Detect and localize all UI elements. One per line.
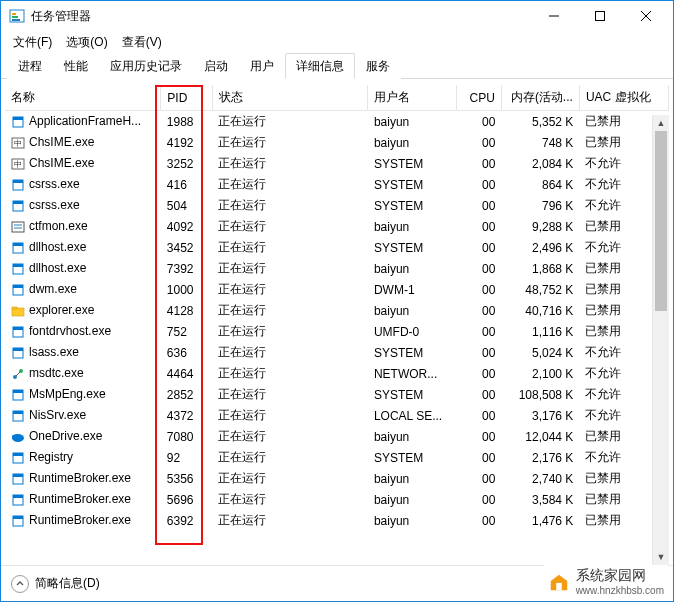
cell-user: DWM-1 xyxy=(368,279,457,300)
process-name: OneDrive.exe xyxy=(29,429,102,443)
process-name: ApplicationFrameH... xyxy=(29,114,141,128)
scroll-down-arrow[interactable]: ▼ xyxy=(653,549,669,565)
table-row[interactable]: lsass.exe636正在运行SYSTEM005,024 K不允许 xyxy=(5,342,669,363)
col-status-header[interactable]: 状态 xyxy=(212,85,368,111)
table-row[interactable]: MsMpEng.exe2852正在运行SYSTEM00108,508 K不允许 xyxy=(5,384,669,405)
cell-status: 正在运行 xyxy=(212,384,368,405)
svg-rect-43 xyxy=(13,453,23,456)
table-row[interactable]: dllhost.exe7392正在运行baiyun001,868 K已禁用 xyxy=(5,258,669,279)
tab-details[interactable]: 详细信息 xyxy=(285,53,355,79)
svg-rect-9 xyxy=(13,117,23,120)
cell-status: 正在运行 xyxy=(212,195,368,216)
cell-user: SYSTEM xyxy=(368,237,457,258)
col-cpu-header[interactable]: CPU xyxy=(457,85,502,111)
cell-status: 正在运行 xyxy=(212,447,368,468)
table-row[interactable]: NisSrv.exe4372正在运行LOCAL SE...003,176 K不允… xyxy=(5,405,669,426)
table-row[interactable]: RuntimeBroker.exe6392正在运行baiyun001,476 K… xyxy=(5,510,669,531)
table-row[interactable]: RuntimeBroker.exe5356正在运行baiyun002,740 K… xyxy=(5,468,669,489)
tab-processes[interactable]: 进程 xyxy=(7,53,53,79)
cell-cpu: 00 xyxy=(457,237,502,258)
tab-performance[interactable]: 性能 xyxy=(53,53,99,79)
cell-name: RuntimeBroker.exe xyxy=(5,510,161,531)
fewer-details-link[interactable]: 简略信息(D) xyxy=(35,575,100,592)
menu-view[interactable]: 查看(V) xyxy=(116,32,168,53)
cell-pid: 752 xyxy=(161,321,212,342)
scroll-thumb[interactable] xyxy=(655,131,667,311)
col-user-header[interactable]: 用户名 xyxy=(368,85,457,111)
table-row[interactable]: 中ChsIME.exe3252正在运行SYSTEM002,084 K不允许 xyxy=(5,153,669,174)
cell-status: 正在运行 xyxy=(212,237,368,258)
watermark-text: 系统家园网 www.hnzkhbsb.com xyxy=(576,567,664,596)
col-name-header[interactable]: 名称 xyxy=(5,85,161,111)
cell-cpu: 00 xyxy=(457,258,502,279)
cell-cpu: 00 xyxy=(457,279,502,300)
table-row[interactable]: dwm.exe1000正在运行DWM-10048,752 K已禁用 xyxy=(5,279,669,300)
table-row[interactable]: fontdrvhost.exe752正在运行UMFD-0001,116 K已禁用 xyxy=(5,321,669,342)
table-row[interactable]: ApplicationFrameH...1988正在运行baiyun005,35… xyxy=(5,111,669,133)
cell-user: baiyun xyxy=(368,426,457,447)
tab-users[interactable]: 用户 xyxy=(239,53,285,79)
process-name: ChsIME.exe xyxy=(29,135,94,149)
minimize-button[interactable] xyxy=(531,1,577,31)
col-memory-header[interactable]: 内存(活动... xyxy=(501,85,579,111)
table-row[interactable]: explorer.exe4128正在运行baiyun0040,716 K已禁用 xyxy=(5,300,669,321)
tab-app-history[interactable]: 应用历史记录 xyxy=(99,53,193,79)
cell-status: 正在运行 xyxy=(212,279,368,300)
process-name: RuntimeBroker.exe xyxy=(29,492,131,506)
cell-name: lsass.exe xyxy=(5,342,161,363)
col-uac-header[interactable]: UAC 虚拟化 xyxy=(579,85,668,111)
cell-status: 正在运行 xyxy=(212,363,368,384)
col-pid-header[interactable]: PID xyxy=(161,85,212,111)
menu-options[interactable]: 选项(O) xyxy=(60,32,113,53)
menu-file[interactable]: 文件(F) xyxy=(7,32,58,53)
table-row[interactable]: dllhost.exe3452正在运行SYSTEM002,496 K不允许 xyxy=(5,237,669,258)
cell-name: NisSrv.exe xyxy=(5,405,161,426)
cell-status: 正在运行 xyxy=(212,405,368,426)
process-icon xyxy=(11,220,25,234)
table-row[interactable]: msdtc.exe4464正在运行NETWOR...002,100 K不允许 xyxy=(5,363,669,384)
cell-cpu: 00 xyxy=(457,342,502,363)
tab-startup[interactable]: 启动 xyxy=(193,53,239,79)
fewer-details-chevron-icon[interactable] xyxy=(11,575,29,593)
watermark-name: 系统家园网 xyxy=(576,567,664,585)
cell-user: baiyun xyxy=(368,468,457,489)
table-row[interactable]: OneDrive.exe7080正在运行baiyun0012,044 K已禁用 xyxy=(5,426,669,447)
cell-pid: 5356 xyxy=(161,468,212,489)
close-button[interactable] xyxy=(623,1,669,31)
cell-user: NETWOR... xyxy=(368,363,457,384)
svg-rect-49 xyxy=(13,516,23,519)
cell-user: SYSTEM xyxy=(368,447,457,468)
titlebar[interactable]: 任务管理器 xyxy=(1,1,673,31)
table-row[interactable]: csrss.exe416正在运行SYSTEM00864 K不允许 xyxy=(5,174,669,195)
process-icon xyxy=(11,367,25,381)
tab-services[interactable]: 服务 xyxy=(355,53,401,79)
cell-memory: 864 K xyxy=(501,174,579,195)
process-icon: 中 xyxy=(11,157,25,171)
table-row[interactable]: Registry92正在运行SYSTEM002,176 K不允许 xyxy=(5,447,669,468)
cell-cpu: 00 xyxy=(457,405,502,426)
cell-name: RuntimeBroker.exe xyxy=(5,468,161,489)
maximize-button[interactable] xyxy=(577,1,623,31)
cell-user: baiyun xyxy=(368,258,457,279)
cell-pid: 3252 xyxy=(161,153,212,174)
cell-pid: 3452 xyxy=(161,237,212,258)
cell-memory: 5,024 K xyxy=(501,342,579,363)
svg-rect-22 xyxy=(13,243,23,246)
content-area: 名称 PID 状态 用户名 CPU 内存(活动... UAC 虚拟化 Appli… xyxy=(1,79,673,565)
cell-status: 正在运行 xyxy=(212,258,368,279)
scroll-up-arrow[interactable]: ▲ xyxy=(653,115,669,131)
svg-rect-15 xyxy=(13,180,23,183)
table-row[interactable]: RuntimeBroker.exe5696正在运行baiyun003,584 K… xyxy=(5,489,669,510)
process-icon xyxy=(11,346,25,360)
cell-name: dwm.exe xyxy=(5,279,161,300)
table-row[interactable]: ctfmon.exe4092正在运行baiyun009,288 K已禁用 xyxy=(5,216,669,237)
table-row[interactable]: csrss.exe504正在运行SYSTEM00796 K不允许 xyxy=(5,195,669,216)
process-icon xyxy=(11,178,25,192)
table-row[interactable]: 中ChsIME.exe4192正在运行baiyun00748 K已禁用 xyxy=(5,132,669,153)
cell-name: fontdrvhost.exe xyxy=(5,321,161,342)
cell-pid: 2852 xyxy=(161,384,212,405)
cell-user: baiyun xyxy=(368,216,457,237)
cell-cpu: 00 xyxy=(457,132,502,153)
vertical-scrollbar[interactable]: ▲ ▼ xyxy=(652,115,669,565)
svg-rect-2 xyxy=(12,16,18,18)
